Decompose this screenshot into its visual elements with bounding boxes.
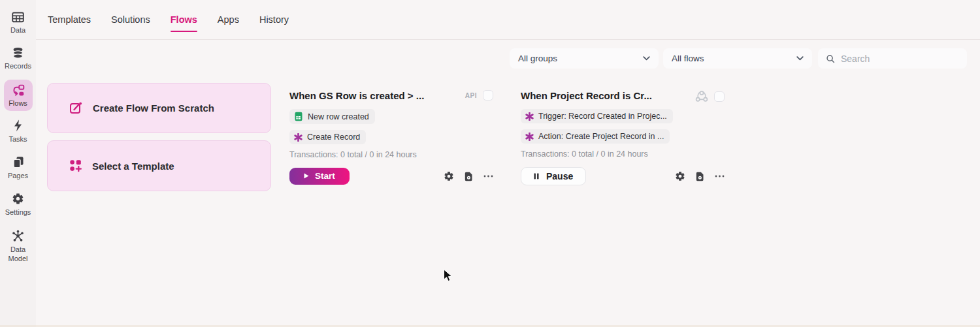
pencil-square-icon bbox=[69, 101, 83, 115]
nav-tab-templates[interactable]: Templates bbox=[48, 14, 91, 25]
flow-more-button[interactable] bbox=[715, 175, 725, 178]
create-flow-label: Create Flow From Scratch bbox=[93, 102, 214, 114]
asterisk-icon bbox=[294, 133, 302, 142]
sidebar: Data Records Flows Tasks Pages Settings … bbox=[0, 0, 36, 327]
pause-flow-button[interactable]: Pause bbox=[521, 167, 586, 185]
flow-more-button[interactable] bbox=[483, 175, 493, 178]
file-log-icon bbox=[696, 172, 704, 181]
flow-step-label: Create Record bbox=[307, 132, 360, 142]
spreadsheet-icon bbox=[294, 112, 303, 121]
flow-logs-button[interactable] bbox=[696, 172, 704, 181]
nav-tab-apps[interactable]: Apps bbox=[218, 14, 239, 25]
asterisk-icon bbox=[525, 112, 534, 121]
table-icon bbox=[12, 12, 24, 23]
flow-step-action: Create Record bbox=[289, 130, 366, 144]
flow-settings-button[interactable] bbox=[675, 171, 685, 181]
search-input[interactable] bbox=[841, 54, 959, 64]
sidebar-item-label: Records bbox=[4, 61, 33, 70]
sidebar-item-flows[interactable]: Flows bbox=[4, 80, 33, 111]
flow-select-checkbox[interactable] bbox=[483, 90, 493, 101]
sidebar-item-label: Settings bbox=[4, 208, 33, 217]
select-template-label: Select a Template bbox=[92, 161, 174, 172]
sidebar-item-pages[interactable]: Pages bbox=[4, 156, 33, 180]
start-flow-button[interactable]: Start bbox=[289, 168, 350, 185]
flow-icon bbox=[11, 84, 25, 97]
flow-settings-button[interactable] bbox=[444, 171, 454, 181]
gear-icon bbox=[675, 171, 685, 181]
flow-logs-button[interactable] bbox=[465, 172, 473, 181]
start-flow-label: Start bbox=[315, 171, 335, 181]
sidebar-item-data[interactable]: Data bbox=[4, 12, 33, 35]
flows-filter-value: All flows bbox=[672, 54, 704, 63]
chevron-down-icon bbox=[643, 56, 650, 61]
file-log-icon bbox=[465, 172, 473, 181]
groups-filter-select[interactable]: All groups bbox=[510, 48, 659, 69]
flow-title: When Project Record is Cr... bbox=[521, 90, 652, 102]
flow-card: When GS Row is created > ... API New row… bbox=[289, 90, 493, 185]
sidebar-item-records[interactable]: Records bbox=[4, 47, 33, 70]
flows-filter-select[interactable]: All flows bbox=[663, 48, 812, 69]
asterisk-icon bbox=[525, 132, 534, 141]
sidebar-item-tasks[interactable]: Tasks bbox=[4, 119, 33, 144]
flow-step-action: Action: Create Project Record in ... bbox=[521, 129, 670, 144]
create-flow-from-scratch-card[interactable]: Create Flow From Scratch bbox=[47, 83, 271, 133]
search-icon bbox=[826, 54, 835, 64]
flow-title: When GS Row is created > ... bbox=[289, 90, 424, 102]
nav-tab-flows[interactable]: Flows bbox=[171, 14, 197, 25]
nav-tab-history[interactable]: History bbox=[259, 14, 289, 25]
flow-step-trigger: Trigger: Record Created in Projec... bbox=[521, 109, 673, 123]
groups-filter-value: All groups bbox=[518, 54, 557, 63]
webhook-icon bbox=[695, 90, 708, 102]
flow-step-label: Action: Create Project Record in ... bbox=[538, 132, 664, 141]
data-model-icon bbox=[12, 230, 24, 242]
lightning-icon bbox=[12, 119, 24, 132]
pages-icon bbox=[12, 156, 24, 168]
flow-step-label: New row created bbox=[308, 112, 369, 121]
sidebar-item-label: Tasks bbox=[4, 134, 33, 144]
flow-step-label: Trigger: Record Created in Projec... bbox=[538, 112, 667, 121]
transactions-text: Transactions: 0 total / 0 in 24 hours bbox=[521, 149, 725, 159]
mouse-cursor bbox=[443, 269, 453, 283]
api-badge: API bbox=[465, 92, 477, 99]
transactions-text: Transactions: 0 total / 0 in 24 hours bbox=[289, 150, 493, 159]
sidebar-item-data-model[interactable]: Data Model bbox=[4, 230, 33, 264]
gear-icon bbox=[12, 193, 24, 205]
chevron-down-icon bbox=[796, 56, 804, 61]
flow-card: When Project Record is Cr... Trigger: Re… bbox=[521, 90, 725, 185]
sidebar-item-label: Flows bbox=[4, 99, 33, 108]
pause-flow-label: Pause bbox=[546, 171, 573, 181]
select-template-card[interactable]: Select a Template bbox=[47, 140, 271, 191]
flow-step-trigger: New row created bbox=[289, 109, 375, 124]
ellipsis-icon bbox=[483, 175, 493, 178]
gear-icon bbox=[444, 171, 454, 181]
ellipsis-icon bbox=[715, 175, 725, 178]
sidebar-item-settings[interactable]: Settings bbox=[4, 193, 33, 217]
top-nav: Templates Solutions Flows Apps History bbox=[36, 0, 980, 40]
sidebar-item-label: Data bbox=[4, 25, 33, 35]
sidebar-item-label: Pages bbox=[4, 171, 33, 180]
sidebar-item-label: Data Model bbox=[4, 245, 33, 264]
search-field[interactable] bbox=[818, 48, 967, 69]
play-icon bbox=[304, 173, 309, 179]
database-icon bbox=[12, 47, 24, 59]
template-icon bbox=[69, 159, 82, 172]
flow-select-checkbox[interactable] bbox=[714, 91, 725, 102]
nav-tab-solutions[interactable]: Solutions bbox=[111, 14, 150, 25]
pause-icon bbox=[534, 173, 539, 179]
